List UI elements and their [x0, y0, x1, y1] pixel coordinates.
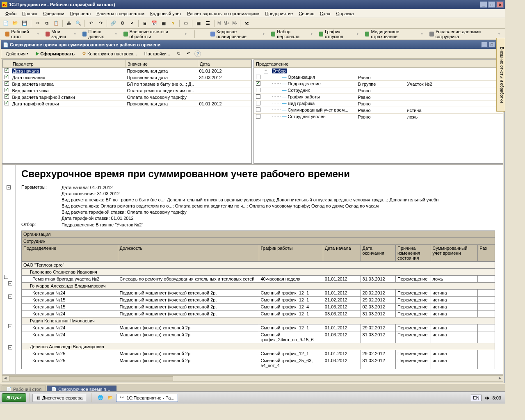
memory-mplus[interactable]: M+ — [223, 21, 230, 25]
open-icon[interactable]: 📂 — [11, 19, 19, 27]
shortcut-button[interactable]: Рабочий стол▾ — [2, 28, 42, 40]
param-row[interactable]: Дата тарифной ставкиПроизвольная дата01.… — [3, 100, 251, 107]
checkbox[interactable] — [5, 88, 9, 92]
checkbox[interactable] — [5, 94, 9, 99]
sub-maximize-button[interactable]: □ — [488, 42, 495, 48]
filter-row[interactable]: ⋯⋯ — СотрудникРавно — [254, 87, 503, 94]
checkbox[interactable] — [256, 101, 260, 105]
menu-item[interactable]: Персонал — [67, 10, 94, 17]
clock[interactable]: 8:03 — [493, 395, 501, 400]
minimize-button[interactable]: _ — [480, 1, 487, 8]
save-icon[interactable]: 💾 — [21, 19, 29, 27]
shortcut-button[interactable]: Поиск данных▾ — [80, 28, 120, 40]
report-row[interactable]: Гончаров Александр Владимирович — [22, 283, 495, 290]
menu-item[interactable]: Расчеты с персоналом — [94, 10, 147, 17]
menu-item[interactable]: Расчет зарплаты по организациям — [184, 10, 262, 17]
menu-item[interactable]: Кадровый учет — [147, 10, 184, 17]
outline-gutter[interactable]: − − − − − − — [2, 165, 16, 374]
grid-icon[interactable]: ▦ — [160, 19, 168, 27]
report-row[interactable]: Денисов Александр Владимирович — [22, 343, 495, 350]
checkbox[interactable] — [256, 81, 260, 86]
generate-button[interactable]: Сформировать — [33, 50, 78, 57]
actions-menu[interactable]: Действия ▾ — [3, 50, 31, 57]
copy-icon[interactable]: ⧉ — [43, 19, 51, 27]
report-row[interactable]: Котельная №24Машинист (кочегар) котельно… — [22, 324, 495, 331]
checkbox[interactable] — [5, 81, 9, 86]
link-icon[interactable]: 🔗 — [109, 19, 117, 27]
checkbox[interactable] — [256, 88, 260, 92]
undo2-icon[interactable]: ↶ — [185, 50, 193, 58]
shortcut-button[interactable]: Мои задачи▾ — [43, 28, 79, 40]
report-row[interactable]: Котельная №15Подменный машинист (кочегар… — [22, 297, 495, 304]
filter-row[interactable]: ⋯⋯ — Вид графикаРавно — [254, 100, 503, 107]
collapse-icon[interactable]: − — [8, 294, 12, 299]
wrench-icon[interactable]: 🛠 — [242, 19, 251, 27]
form-icon[interactable]: ▭ — [182, 19, 190, 27]
filter-row[interactable]: ⋯⋯ — Сотрудник уволенРавноложь — [254, 114, 503, 120]
report-row[interactable]: ОАО "Теплоэнерго" — [22, 262, 495, 269]
collapse-icon[interactable]: − — [7, 185, 11, 189]
taskbar-item[interactable]: 1C 1С:Предприятие - Ра... — [116, 394, 178, 402]
report-table[interactable]: ОрганизацияСотрудникПодразделениеДолжнос… — [21, 231, 495, 369]
table-icon[interactable]: ▦ — [194, 19, 203, 27]
help2-icon[interactable]: ? — [194, 50, 201, 57]
expand-icon[interactable]: − — [264, 69, 268, 73]
taskbar-item[interactable]: 🖥 Диспетчер сервера — [32, 394, 87, 402]
shortcut-button[interactable]: Внешние отчеты и обработки▾ — [121, 28, 189, 40]
report-row[interactable]: Ремонтная бригада участка №2Слесарь по р… — [22, 276, 495, 283]
tray-icon[interactable]: 🕪 — [485, 395, 489, 400]
maximize-button[interactable]: □ — [488, 1, 495, 8]
report-row[interactable]: Котельная №24Подменный машинист (кочегар… — [22, 290, 495, 297]
collapse-icon[interactable]: − — [8, 281, 12, 285]
filter-row[interactable]: ⋯⋯ — График работыРавно — [254, 94, 503, 100]
new-icon[interactable]: 📄 — [2, 19, 10, 27]
stack-icon[interactable]: ☰ — [204, 19, 212, 27]
check-icon[interactable]: ✔ — [128, 19, 136, 27]
menu-item[interactable]: Операции — [40, 10, 67, 17]
close-button[interactable]: ✕ — [496, 1, 504, 8]
shortcut-button[interactable]: Управление данными сотрудника▾ — [427, 28, 503, 40]
filter-row[interactable]: ⋯⋯ — Суммированный учет врем...Равноисти… — [254, 107, 503, 114]
paste-icon[interactable]: 📋 — [52, 19, 60, 27]
report-row[interactable]: Котельная №25Машинист (кочегар) котельно… — [22, 357, 495, 369]
memory-mminus[interactable]: M- — [232, 21, 238, 25]
report-row[interactable]: Котельная №24Машинист (кочегар) котельно… — [22, 331, 495, 343]
filter-grid[interactable]: Представление−Отбор⋯⋯ — ОрганизацияРавно… — [254, 60, 503, 120]
menu-item[interactable]: Окна — [317, 10, 333, 17]
collapse-icon[interactable]: − — [8, 324, 12, 328]
shortcut-button[interactable]: Набор персонала▾ — [268, 28, 315, 40]
menu-item[interactable]: Файл — [2, 10, 19, 17]
param-row[interactable]: Вид расчета явкаОплата ремонта водителям… — [3, 87, 251, 94]
checkbox[interactable] — [256, 114, 260, 119]
shortcut-button[interactable]: График отпусков▾ — [316, 28, 361, 40]
find-icon[interactable]: 🔍 — [74, 19, 82, 27]
collapse-icon[interactable]: − — [8, 345, 12, 349]
report-row[interactable]: Котельная №24Подменный машинист (кочегар… — [22, 310, 495, 317]
checkbox[interactable] — [5, 101, 9, 105]
checkbox[interactable] — [256, 75, 260, 79]
menu-item[interactable]: Предприятие — [262, 10, 296, 17]
side-panel-tab[interactable]: Внешние отчеты и обработки — [496, 38, 505, 112]
memory-m[interactable]: M — [217, 21, 221, 25]
menu-item[interactable]: Сервис — [296, 10, 317, 17]
shortcut-button[interactable]: Медицинское страхование▾ — [362, 28, 426, 40]
horizontal-scrollbar[interactable] — [2, 375, 503, 382]
checkbox[interactable] — [5, 68, 9, 73]
menu-item[interactable]: Правка — [19, 10, 40, 17]
cut-icon[interactable]: ✂ — [33, 19, 41, 27]
checkbox[interactable] — [5, 75, 9, 79]
report-row[interactable]: Гущин Константин Николаевич — [22, 317, 495, 324]
sub-minimize-button[interactable]: _ — [481, 42, 488, 48]
checkbox[interactable] — [256, 107, 260, 112]
help-icon[interactable]: ? — [169, 19, 177, 27]
filter-row[interactable]: ⋯⋯ — ПодразделениеВ группеУчасток №2 — [254, 81, 503, 87]
report-row[interactable]: Котельная №15Подменный машинист (кочегар… — [22, 304, 495, 310]
param-row[interactable]: Вид расчета тарифной ставкиОплата по час… — [3, 94, 251, 100]
parameters-grid[interactable]: ПараметрЗначениеДатаДата началаПроизволь… — [2, 60, 251, 107]
checkbox[interactable] — [256, 94, 260, 99]
calc-icon[interactable]: 🖩 — [141, 19, 149, 27]
tool-icon[interactable]: ⚙ — [119, 19, 127, 27]
print-icon[interactable]: 🖶 — [65, 19, 73, 27]
param-row[interactable]: Вид расчета неявкаБЛ по травме в быту (н… — [3, 81, 251, 87]
menu-item[interactable]: Справка — [333, 10, 357, 17]
